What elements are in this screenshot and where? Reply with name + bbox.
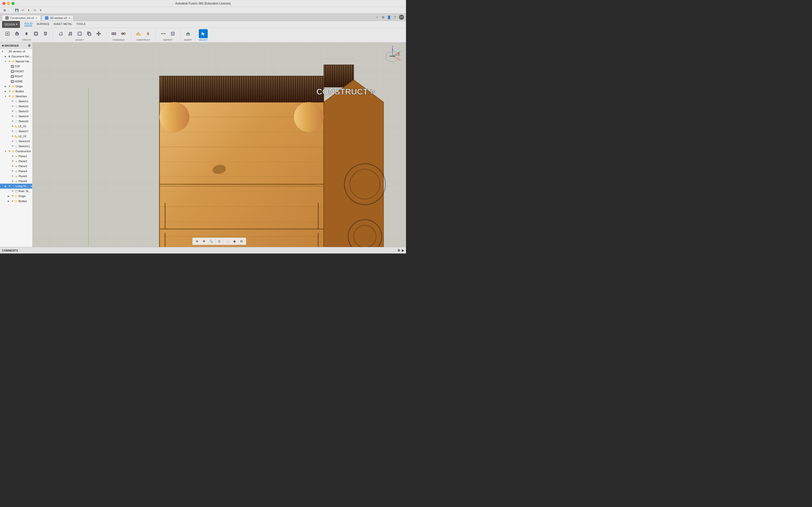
visual-style-button[interactable]: ◉	[232, 238, 238, 244]
tree-named-views[interactable]: 👁 📁 Named Views	[0, 59, 32, 64]
origin-vis-icon[interactable]: 👁	[8, 85, 11, 88]
loft-button[interactable]	[41, 29, 50, 38]
settings-icon[interactable]: ⚙	[381, 15, 385, 19]
plane-button[interactable]	[134, 29, 143, 38]
browser-collapse-icon[interactable]: ◀	[1, 44, 3, 47]
fillet-button[interactable]	[56, 29, 65, 38]
tree-sketch3[interactable]: 👁 ⬡ Sketch3	[0, 109, 32, 114]
tree-construction[interactable]: 👁 📁 Construction	[0, 149, 32, 154]
tree-sketch11[interactable]: 👁 ⬡ Sketch11	[0, 144, 32, 149]
tree-plane1[interactable]: 👁 ◈ Plane1	[0, 154, 32, 159]
new-component-button[interactable]	[3, 29, 12, 38]
axis-button[interactable]	[144, 29, 153, 38]
named-views-vis-icon[interactable]: 👁	[8, 60, 11, 63]
shell-button[interactable]	[32, 29, 41, 38]
sketches-vis-icon[interactable]: 👁	[8, 95, 11, 98]
tab-close-1[interactable]: ✕	[36, 17, 38, 19]
tree-plane4[interactable]: 👁 ◈ Plane4	[0, 169, 32, 174]
named-views-arrow[interactable]	[4, 60, 7, 63]
tree-le01[interactable]: 👁 📐 LE_01	[0, 124, 32, 129]
tree-origin2[interactable]: 👁 📁 Origin	[0, 193, 32, 199]
account-icon[interactable]: 👤	[387, 15, 391, 19]
new-button[interactable]: 📄	[8, 7, 13, 13]
tree-sketches[interactable]: 👁 📁 Sketches	[0, 94, 32, 99]
zoom-extent-button[interactable]: ⊡	[216, 238, 222, 244]
le01-vis[interactable]: 👁	[11, 125, 14, 128]
tree-sketch1[interactable]: 👁 ⬡ Sketch1	[0, 99, 32, 104]
section-analysis-button[interactable]	[168, 29, 177, 38]
help-icon[interactable]: ?	[393, 15, 397, 19]
orbit-button[interactable]: ⊕	[194, 238, 200, 244]
sk5-vis[interactable]: 👁	[11, 120, 14, 123]
grid-button[interactable]: ⊞	[239, 238, 245, 244]
sk3-vis[interactable]: 👁	[11, 110, 14, 113]
tree-view-home[interactable]: 🔲 HOME	[0, 79, 32, 84]
tree-view-top[interactable]: 🔲 TOP	[0, 64, 32, 69]
construction-arrow[interactable]	[4, 150, 7, 153]
tree-sketch10[interactable]: 👁 ⬡ Sketch10	[0, 139, 32, 144]
design-mode-button[interactable]: DESIGN ▾	[2, 21, 20, 28]
tree-bodies[interactable]: 👁 📁 Bodies	[0, 89, 32, 94]
zoom-button[interactable]: 🔍	[208, 238, 214, 244]
display-mode-button[interactable]: ⬜	[224, 238, 231, 244]
undo-button[interactable]: ↩	[20, 7, 26, 13]
sk4-vis[interactable]: 👁	[11, 115, 14, 118]
navigation-cube[interactable]: Z FRONT RIGHT	[383, 46, 403, 66]
p6-vis[interactable]: 👁	[11, 180, 14, 183]
tree-origin[interactable]: 👁 📁 Origin	[0, 84, 32, 89]
p2-vis[interactable]: 👁	[11, 160, 14, 163]
tab-3d-version[interactable]: 3D version v3 ✕	[42, 15, 73, 21]
sk10-vis[interactable]: 👁	[11, 140, 14, 143]
construction-vis[interactable]: 👁	[8, 150, 11, 153]
browser-settings-icon[interactable]: ⚙	[28, 44, 31, 47]
tree-rule[interactable]: 👁 📋 Rule: Steel (mm)	[0, 189, 32, 193]
tree-sketch4[interactable]: 👁 ⬡ Sketch4	[0, 114, 32, 119]
pan-button[interactable]: ✥	[201, 238, 207, 244]
minimize-button[interactable]	[7, 2, 10, 5]
sk1-vis[interactable]: 👁	[11, 100, 14, 103]
select-button[interactable]	[199, 29, 208, 38]
doc-settings-arrow[interactable]	[4, 55, 7, 58]
tree-plane2[interactable]: 👁 ◈ Plane2	[0, 159, 32, 164]
tree-plane6[interactable]: 👁 ◈ Plane6	[0, 179, 32, 184]
revolve-button[interactable]	[22, 29, 31, 38]
sk7-vis[interactable]: 👁	[11, 130, 14, 133]
tree-sketch5[interactable]: 👁 ⬡ Sketch5	[0, 119, 32, 124]
p3-vis[interactable]: 👁	[11, 165, 14, 168]
maximize-button[interactable]	[11, 2, 14, 5]
bodies2-arrow[interactable]	[7, 200, 10, 203]
redo-history-button[interactable]: ▾	[38, 7, 43, 13]
origin2-vis[interactable]: 👁	[11, 194, 14, 198]
root-expand-arrow[interactable]	[1, 50, 4, 53]
redo-button[interactable]: ↪	[32, 7, 38, 13]
chamfer-button[interactable]	[66, 29, 75, 38]
shell-modify-button[interactable]	[75, 29, 84, 38]
joint-button[interactable]	[119, 29, 128, 38]
viewport[interactable]: CONSTRUCT > Z FRONT RIGHT	[33, 42, 406, 247]
tree-root[interactable]: 📄 3D version v3	[0, 49, 32, 54]
tree-view-front[interactable]: 🔲 FRONT	[0, 69, 32, 74]
lh-vis[interactable]: 👁	[8, 185, 11, 188]
tab-add-button[interactable]: +	[375, 15, 379, 19]
tab-sheet-metal[interactable]: SHEET METAL	[53, 22, 72, 26]
tree-plane3[interactable]: 👁 ◈ Plane3	[0, 164, 32, 169]
measure-button[interactable]	[159, 29, 168, 38]
sketches-arrow[interactable]	[4, 95, 7, 98]
p1-vis[interactable]: 👁	[11, 155, 14, 158]
sk2-vis[interactable]: 👁	[11, 105, 14, 108]
rule-vis[interactable]: 👁	[11, 190, 14, 192]
comments-settings-icon[interactable]: ⚙	[398, 249, 400, 252]
tree-living-hinge[interactable]: 👁 ⬡ Living Hinge:1 ●	[0, 184, 32, 189]
tree-le02[interactable]: 👁 📐 LE_02	[0, 134, 32, 139]
app-menu-button[interactable]: ⊞	[2, 7, 7, 13]
tab-close-2[interactable]: ✕	[68, 17, 70, 19]
bodies-arrow[interactable]	[4, 90, 7, 93]
tree-doc-settings[interactable]: ⚙ Document Settings	[0, 54, 32, 59]
tree-view-right[interactable]: 🔲 RIGHT	[0, 74, 32, 79]
new-component-2-button[interactable]	[109, 29, 118, 38]
bodies2-vis[interactable]: 👁	[11, 200, 14, 203]
combine-button[interactable]	[85, 29, 94, 38]
extrude-button[interactable]	[12, 29, 21, 38]
bodies-vis-icon[interactable]: 👁	[8, 90, 11, 93]
move-button[interactable]	[94, 29, 103, 38]
